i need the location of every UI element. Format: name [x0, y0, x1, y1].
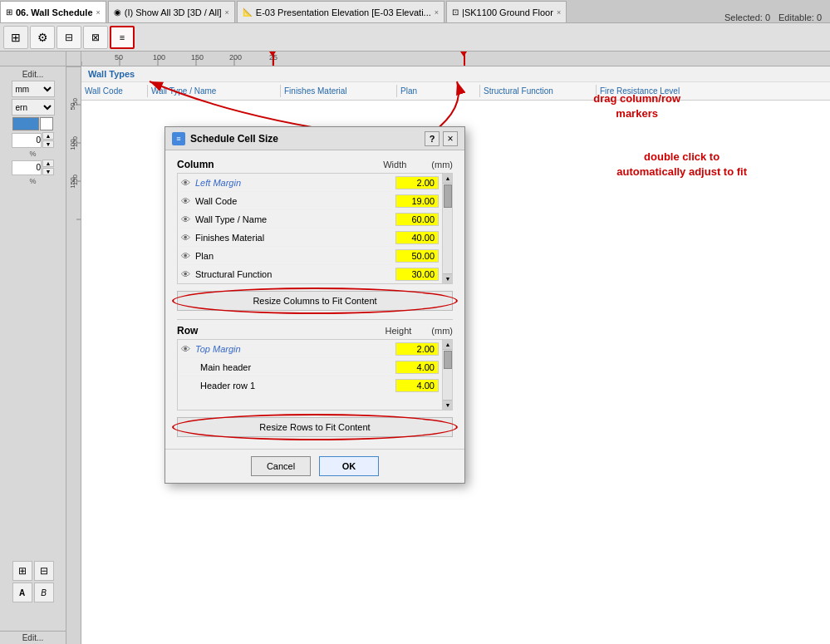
- col-value-plan[interactable]: 50.00: [395, 249, 439, 263]
- col-scroll-thumb[interactable]: [444, 184, 452, 208]
- row-name-header1: Header row 1: [200, 381, 395, 391]
- col-value-finishes[interactable]: 40.00: [395, 231, 439, 244]
- col-name-structural: Structural Function: [195, 269, 395, 279]
- eye-icon-left-margin[interactable]: 👁: [181, 178, 190, 188]
- eye-icon-top-margin[interactable]: 👁: [181, 344, 190, 354]
- dialog-body: Column Width (mm) 👁 Left Margin 2.00: [165, 150, 464, 449]
- col-scrollbar-track[interactable]: ▲ ▼: [442, 174, 452, 283]
- eye-icon-structural[interactable]: 👁: [181, 269, 190, 279]
- col-scroll-down-btn[interactable]: ▼: [443, 273, 453, 283]
- row-scroll-down-btn[interactable]: ▼: [443, 400, 453, 410]
- col-value-wall-type[interactable]: 60.00: [395, 213, 439, 226]
- dialog-overlay: ≡ Schedule Cell Size ? × Column Width (m…: [0, 0, 830, 644]
- row-value-header1[interactable]: 4.00: [395, 379, 439, 392]
- eye-icon-finishes[interactable]: 👁: [181, 233, 190, 243]
- resize-columns-btn[interactable]: Resize Columns to Fit Content: [177, 291, 453, 311]
- eye-icon-wall-code[interactable]: 👁: [181, 196, 190, 206]
- row-scrollbar-track[interactable]: ▲ ▼: [442, 340, 452, 410]
- col-scroll-up-btn[interactable]: ▲: [443, 174, 453, 184]
- col-value-wall-code[interactable]: 19.00: [395, 194, 439, 208]
- width-header: Width: [383, 160, 406, 170]
- dialog-title: Schedule Cell Size: [190, 133, 278, 145]
- eye-icon-plan[interactable]: 👁: [181, 251, 190, 261]
- cancel-button[interactable]: Cancel: [251, 456, 311, 476]
- mm-header-row: (mm): [431, 326, 453, 336]
- dialog-close-btn[interactable]: ×: [443, 131, 458, 146]
- row-row-top-margin: 👁 Top Margin 2.00: [178, 340, 442, 358]
- col-name-left-margin: Left Margin: [195, 178, 395, 188]
- dialog-title-icon: ≡: [172, 132, 185, 145]
- col-row-structural: 👁 Structural Function 30.00: [178, 265, 442, 283]
- row-section-label: Row: [177, 325, 198, 337]
- ok-button[interactable]: OK: [319, 456, 379, 476]
- col-name-plan: Plan: [195, 251, 395, 261]
- row-value-top-margin[interactable]: 2.00: [395, 342, 439, 356]
- col-name-finishes: Finishes Material: [195, 233, 395, 243]
- row-scroll-thumb[interactable]: [444, 351, 452, 369]
- row-name-top-margin: Top Margin: [195, 344, 395, 354]
- row-row-main-header: Main header 4.00: [178, 358, 442, 376]
- col-name-wall-code: Wall Code: [195, 196, 395, 206]
- schedule-cell-size-dialog: ≡ Schedule Cell Size ? × Column Width (m…: [165, 126, 465, 484]
- col-row-wall-code: 👁 Wall Code 19.00: [178, 192, 442, 210]
- dialog-footer: Cancel OK: [165, 449, 464, 483]
- mm-header: (mm): [431, 160, 453, 170]
- col-value-structural[interactable]: 30.00: [395, 268, 439, 281]
- row-row-header-1: Header row 1 4.00: [178, 376, 442, 395]
- dialog-titlebar: ≡ Schedule Cell Size ? ×: [165, 127, 464, 150]
- row-scroll-up-btn[interactable]: ▲: [443, 340, 453, 350]
- resize-rows-btn[interactable]: Resize Rows to Fit Content: [177, 417, 453, 437]
- row-value-main-header[interactable]: 4.00: [395, 361, 439, 374]
- col-row-plan: 👁 Plan 50.00: [178, 247, 442, 265]
- col-row-wall-type: 👁 Wall Type / Name 60.00: [178, 210, 442, 229]
- height-header: Height: [386, 326, 412, 336]
- row-name-main-header: Main header: [200, 362, 395, 372]
- col-value-left-margin[interactable]: 2.00: [395, 176, 439, 189]
- col-row-finishes: 👁 Finishes Material 40.00: [178, 229, 442, 247]
- col-row-left-margin: 👁 Left Margin 2.00: [178, 174, 442, 192]
- dialog-help-btn[interactable]: ?: [425, 131, 440, 146]
- eye-icon-wall-type[interactable]: 👁: [181, 214, 190, 224]
- col-name-wall-type: Wall Type / Name: [195, 214, 395, 224]
- column-section-label: Column: [177, 159, 214, 170]
